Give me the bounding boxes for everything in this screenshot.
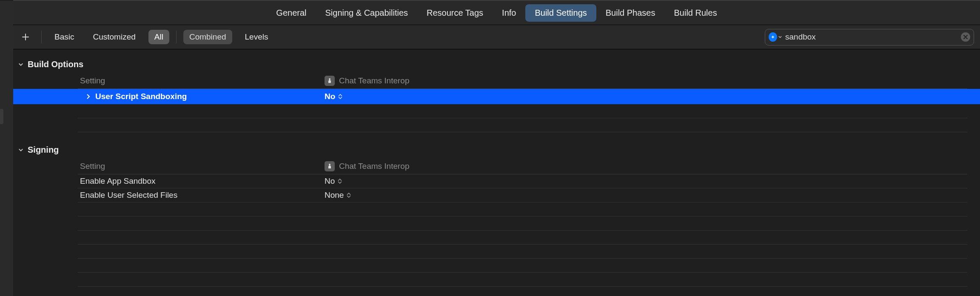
filter-basic[interactable]: Basic — [48, 30, 80, 44]
chevron-down-icon — [18, 148, 23, 153]
stepper-icon[interactable] — [346, 192, 351, 199]
section-title: Build Options — [28, 60, 83, 69]
plus-icon — [22, 33, 29, 41]
build-settings-search[interactable] — [765, 29, 974, 46]
setting-row-enable-app-sandbox[interactable]: Enable App Sandbox No — [78, 174, 967, 188]
inspector-rail[interactable] — [0, 1, 13, 296]
column-setting: Setting — [78, 162, 325, 171]
column-target: Chat Teams Interop — [325, 161, 967, 171]
setting-value[interactable]: None — [325, 191, 344, 200]
scope-app-icon — [769, 32, 777, 42]
section-title: Signing — [28, 145, 59, 155]
table-row — [78, 259, 967, 273]
tab-resource-tags[interactable]: Resource Tags — [417, 4, 493, 22]
add-build-setting-button[interactable] — [19, 31, 32, 43]
svg-point-0 — [329, 78, 330, 80]
svg-point-1 — [329, 164, 330, 165]
close-icon — [963, 35, 968, 39]
filter-customized[interactable]: Customized — [87, 30, 141, 44]
section-build-options[interactable]: Build Options — [13, 49, 980, 73]
table-row — [78, 287, 967, 296]
filter-combined[interactable]: Combined — [183, 30, 232, 44]
table-row — [78, 273, 967, 287]
app-icon — [325, 161, 335, 171]
section-signing[interactable]: Signing — [13, 132, 980, 158]
column-setting: Setting — [78, 76, 325, 85]
build-settings-filter-bar: Basic Customized All Combined Levels — [13, 25, 980, 49]
separator — [41, 31, 42, 43]
setting-row-user-script-sandboxing[interactable]: User Script Sandboxing No — [13, 89, 980, 104]
table-row — [78, 104, 967, 118]
setting-name: Enable App Sandbox — [80, 176, 156, 186]
setting-name: Enable User Selected Files — [80, 191, 177, 200]
chevron-down-icon — [778, 36, 782, 38]
clear-search-button[interactable] — [961, 32, 970, 42]
filter-all[interactable]: All — [148, 30, 169, 44]
tab-signing-capabilities[interactable]: Signing & Capabilities — [316, 4, 417, 22]
target-name: Chat Teams Interop — [339, 162, 409, 171]
column-header-row: Setting Chat Teams Interop — [78, 73, 967, 89]
tab-info[interactable]: Info — [493, 4, 525, 22]
search-input[interactable] — [785, 32, 961, 42]
column-target: Chat Teams Interop — [325, 76, 967, 86]
chevron-right-icon[interactable] — [86, 94, 91, 99]
setting-row-enable-user-selected-files[interactable]: Enable User Selected Files None — [78, 188, 967, 202]
tab-build-rules[interactable]: Build Rules — [665, 4, 726, 22]
chevron-down-icon — [18, 62, 23, 67]
separator — [176, 31, 177, 43]
column-header-row: Setting Chat Teams Interop — [78, 158, 967, 174]
build-settings-content: Build Options Setting Chat Teams Interop… — [13, 49, 980, 296]
setting-value[interactable]: No — [325, 176, 335, 186]
filter-levels[interactable]: Levels — [239, 30, 274, 44]
tab-general[interactable]: General — [267, 4, 316, 22]
tab-build-settings[interactable]: Build Settings — [525, 4, 596, 22]
table-row — [78, 216, 967, 231]
table-row — [78, 118, 967, 132]
table-row — [78, 202, 967, 216]
table-row — [78, 245, 967, 259]
setting-value[interactable]: No — [325, 92, 335, 101]
tab-build-phases[interactable]: Build Phases — [596, 4, 665, 22]
target-name: Chat Teams Interop — [339, 76, 409, 85]
app-icon — [325, 76, 335, 86]
setting-name: User Script Sandboxing — [95, 92, 187, 101]
stepper-icon[interactable] — [337, 178, 342, 185]
search-scope-button[interactable] — [769, 32, 782, 43]
stepper-icon[interactable] — [338, 93, 343, 100]
editor-top-tabs: General Signing & Capabilities Resource … — [13, 0, 980, 25]
table-row — [78, 231, 967, 245]
